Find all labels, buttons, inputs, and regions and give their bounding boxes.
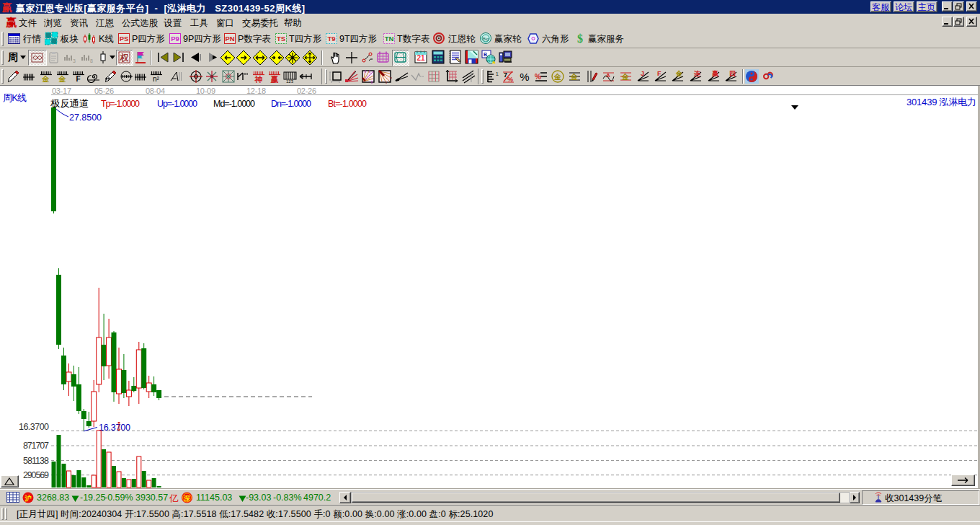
svg-text:连: 连 [693, 70, 700, 77]
svg-text:02-26: 02-26 [297, 87, 316, 95]
svg-text:沪: 沪 [24, 495, 32, 502]
svg-text:8: 8 [90, 58, 93, 63]
svg-text:871707: 871707 [23, 441, 49, 451]
svg-text:神: 神 [254, 75, 263, 84]
svg-text:Bt=-1.0000: Bt=-1.0000 [328, 99, 367, 109]
svg-text:%: % [520, 71, 529, 83]
svg-text:581138: 581138 [23, 456, 49, 466]
svg-text:10-09: 10-09 [196, 87, 215, 95]
svg-text:金: 金 [675, 70, 683, 77]
svg-text:08-04: 08-04 [146, 87, 165, 95]
svg-text:权: 权 [120, 53, 130, 63]
svg-text:3: 3 [73, 58, 76, 63]
svg-text:T9: T9 [327, 35, 335, 43]
svg-text:A: A [606, 72, 610, 79]
svg-text:123: 123 [286, 79, 294, 84]
svg-text:301439 泓淋电力: 301439 泓淋电力 [906, 97, 976, 107]
svg-text:深: 深 [183, 495, 190, 502]
svg-text:%: % [535, 73, 541, 81]
svg-text:Md=-1.0000: Md=-1.0000 [213, 99, 255, 109]
svg-text:极反通道: 极反通道 [50, 98, 89, 109]
svg-text:周K线: 周K线 [3, 92, 27, 103]
svg-text:Big: Big [483, 37, 489, 41]
svg-text:PS: PS [120, 35, 129, 43]
svg-text:PN: PN [225, 35, 234, 43]
svg-text:290569: 290569 [23, 470, 49, 480]
svg-text:TN: TN [385, 35, 394, 43]
svg-text:金: 金 [570, 73, 578, 81]
svg-text:金: 金 [42, 75, 50, 83]
svg-text:16.3700: 16.3700 [99, 423, 130, 433]
svg-text:Up=-1.0000: Up=-1.0000 [157, 99, 197, 109]
svg-text:27.8500: 27.8500 [69, 112, 102, 123]
svg-text:F: F [657, 70, 662, 77]
svg-text:21: 21 [416, 54, 425, 62]
svg-text:03-17: 03-17 [52, 87, 71, 95]
svg-text:Tp=-1.0000: Tp=-1.0000 [101, 99, 140, 109]
svg-text:Dn=-1.0000: Dn=-1.0000 [271, 99, 311, 109]
svg-text:金: 金 [621, 73, 629, 81]
svg-text:TS: TS [277, 35, 285, 43]
svg-text:16.3700: 16.3700 [19, 422, 49, 432]
svg-text:四: 四 [729, 70, 736, 77]
svg-text:$: $ [577, 32, 583, 45]
svg-text:J: J [641, 70, 644, 77]
svg-text:B: B [484, 52, 487, 57]
svg-text:P9: P9 [171, 35, 179, 43]
svg-text:赢: 赢 [711, 70, 718, 77]
svg-text:12-18: 12-18 [246, 87, 266, 95]
svg-text:05-26: 05-26 [94, 87, 114, 95]
svg-text:金: 金 [58, 75, 66, 83]
svg-text:赢: 赢 [270, 75, 279, 84]
svg-text:n²: n² [153, 75, 160, 83]
svg-text:123: 123 [496, 71, 499, 76]
svg-text:F: F [76, 75, 80, 83]
svg-text:金: 金 [553, 73, 561, 81]
